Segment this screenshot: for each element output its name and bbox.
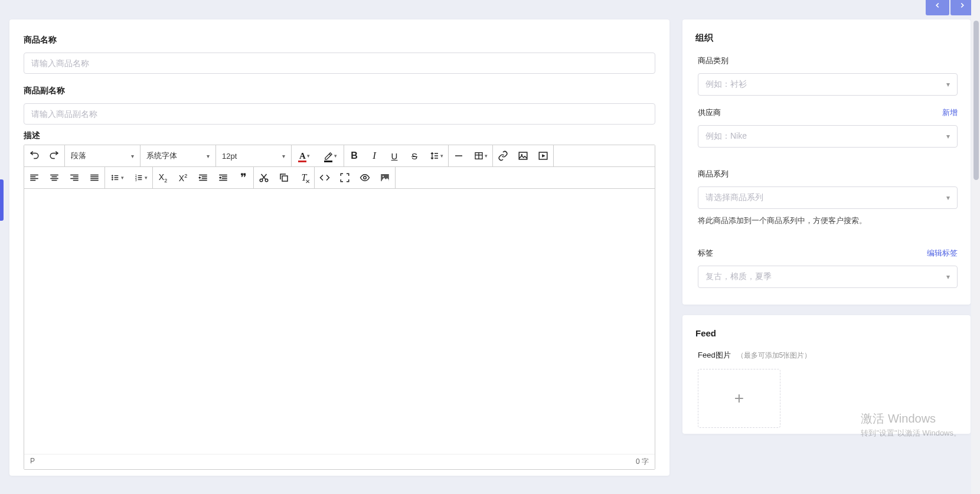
- nav-prev-button[interactable]: [926, 0, 949, 15]
- svg-point-8: [112, 175, 113, 176]
- superscript-button[interactable]: X2: [173, 167, 193, 188]
- svg-marker-7: [543, 155, 545, 158]
- preview-button[interactable]: [355, 167, 375, 188]
- image-edit-button[interactable]: [375, 167, 395, 188]
- align-left-button[interactable]: [24, 167, 44, 188]
- bullet-list-button[interactable]: ▾: [105, 167, 129, 188]
- font-family-select[interactable]: 系统字体 ▾: [141, 145, 216, 166]
- nav-next-button[interactable]: [950, 0, 974, 15]
- organization-title: 组织: [695, 32, 958, 44]
- category-select[interactable]: 例如：衬衫 ▾: [698, 73, 958, 96]
- rich-text-editor: 段落 ▾ 系统字体 ▾ 12pt ▾ A: [24, 145, 655, 470]
- table-button[interactable]: ▾: [469, 145, 492, 166]
- main-form-card: 商品名称 商品副名称 描述: [9, 19, 669, 476]
- block-format-label: 段落: [71, 151, 86, 161]
- svg-rect-16: [282, 176, 288, 181]
- blockquote-button[interactable]: ❞: [233, 167, 253, 188]
- series-label: 商品系列: [698, 169, 958, 179]
- text-color-button[interactable]: A ▾: [292, 145, 318, 166]
- supplier-placeholder: 例如：Nike: [705, 131, 747, 142]
- undo-button[interactable]: [24, 145, 44, 166]
- strikethrough-button[interactable]: S: [404, 145, 424, 166]
- align-right-button[interactable]: [64, 167, 84, 188]
- align-justify-button[interactable]: [84, 167, 104, 188]
- chevron-down-icon: ▾: [946, 132, 950, 140]
- outdent-button[interactable]: [193, 167, 213, 188]
- link-button[interactable]: [493, 145, 513, 166]
- chevron-down-icon: ▾: [946, 273, 950, 281]
- line-height-button[interactable]: ▾: [424, 145, 448, 166]
- page-scrollbar-track[interactable]: [971, 0, 980, 494]
- underline-button[interactable]: U: [384, 145, 404, 166]
- chevron-down-icon: ▾: [946, 194, 950, 202]
- product-name-label: 商品名称: [24, 35, 655, 45]
- feed-image-note: （最多可添加5张图片）: [737, 351, 812, 359]
- font-family-label: 系统字体: [146, 151, 177, 161]
- watermark-line1: 激活 Windows: [861, 410, 961, 427]
- organization-card: 组织 商品类别 例如：衬衫 ▾ 供应商 新增 例如：Nike: [682, 19, 971, 305]
- editor-content-area[interactable]: [24, 189, 655, 454]
- fullscreen-button[interactable]: [335, 167, 355, 188]
- image-button[interactable]: [513, 145, 533, 166]
- windows-activation-watermark: 激活 Windows 转到"设置"以激活 Windows。: [861, 410, 961, 439]
- block-format-select[interactable]: 段落 ▾: [65, 145, 141, 166]
- video-button[interactable]: [533, 145, 553, 166]
- italic-button[interactable]: I: [364, 145, 384, 166]
- code-view-button[interactable]: [315, 167, 335, 188]
- watermark-line2: 转到"设置"以激活 Windows。: [861, 427, 961, 439]
- series-select[interactable]: 请选择商品系列 ▾: [698, 187, 958, 209]
- numbered-list-button[interactable]: 123 ▾: [129, 167, 152, 188]
- cut-button[interactable]: [254, 167, 274, 188]
- tags-edit-link[interactable]: 编辑标签: [927, 248, 958, 259]
- svg-text:3: 3: [135, 179, 137, 182]
- tags-label: 标签: [698, 248, 713, 259]
- svg-point-17: [364, 176, 367, 179]
- category-label: 商品类别: [698, 55, 958, 66]
- svg-point-9: [112, 177, 113, 178]
- indent-button[interactable]: [213, 167, 233, 188]
- font-size-label: 12pt: [222, 152, 237, 161]
- editor-path: P: [30, 457, 35, 467]
- bold-button[interactable]: B: [344, 145, 364, 166]
- chevron-down-icon: ▾: [282, 153, 285, 159]
- redo-button[interactable]: [44, 145, 64, 166]
- clear-format-button[interactable]: T✕: [294, 167, 314, 188]
- subscript-button[interactable]: X2: [153, 167, 173, 188]
- svg-point-10: [112, 179, 113, 180]
- horizontal-rule-button[interactable]: [449, 145, 469, 166]
- feed-title: Feed: [695, 328, 958, 338]
- product-name-input[interactable]: [24, 53, 655, 74]
- svg-point-19: [383, 176, 384, 177]
- feed-image-label: Feed图片: [698, 351, 731, 359]
- category-placeholder: 例如：衬衫: [705, 79, 747, 90]
- editor-statusbar: P 0 字: [24, 454, 655, 469]
- background-color-button[interactable]: ▾: [318, 145, 344, 166]
- chevron-down-icon: ▾: [207, 153, 210, 159]
- series-helper-text: 将此商品添加到一个商品系列中，方便客户搜索。: [698, 215, 958, 227]
- supplier-add-link[interactable]: 新增: [942, 107, 958, 118]
- product-subname-input[interactable]: [24, 103, 655, 125]
- tags-placeholder: 复古，棉质，夏季: [705, 271, 772, 282]
- supplier-select[interactable]: 例如：Nike ▾: [698, 125, 958, 148]
- tags-select[interactable]: 复古，棉质，夏季 ▾: [698, 266, 958, 288]
- left-accent-bar: [0, 179, 4, 221]
- font-size-select[interactable]: 12pt ▾: [216, 145, 292, 166]
- svg-rect-4: [519, 152, 527, 159]
- chevron-down-icon: ▾: [131, 153, 134, 159]
- description-label: 描述: [24, 130, 655, 141]
- plus-icon: +: [734, 389, 744, 408]
- page-nav-arrows: [926, 0, 974, 15]
- chevron-down-icon: ▾: [946, 80, 950, 89]
- align-center-button[interactable]: [44, 167, 64, 188]
- page-scrollbar-thumb[interactable]: [974, 21, 979, 180]
- editor-word-count: 0 字: [636, 457, 649, 467]
- copy-button[interactable]: [274, 167, 294, 188]
- editor-toolbar: 段落 ▾ 系统字体 ▾ 12pt ▾ A: [24, 145, 655, 189]
- series-placeholder: 请选择商品系列: [705, 192, 763, 203]
- feed-image-upload[interactable]: +: [698, 369, 780, 428]
- supplier-label: 供应商: [698, 107, 721, 118]
- product-subname-label: 商品副名称: [24, 86, 655, 96]
